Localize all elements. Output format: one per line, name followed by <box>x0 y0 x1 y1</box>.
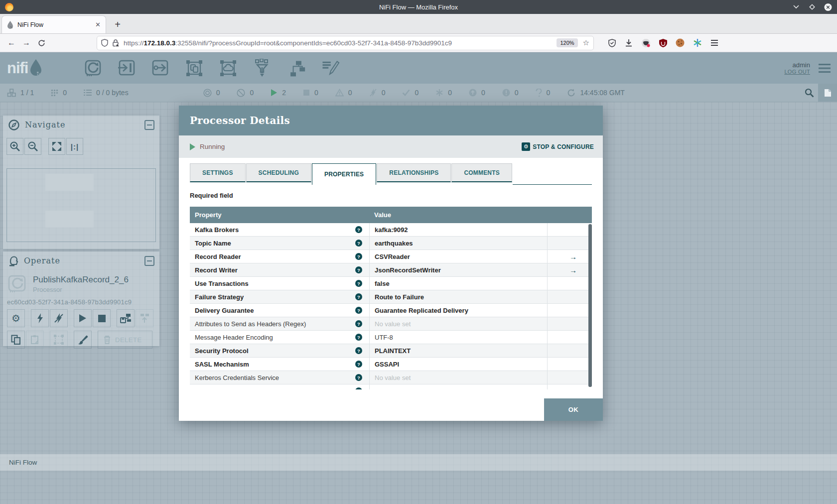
last-refresh-time: 14:45:08 GMT <box>580 89 625 97</box>
logout-link[interactable]: LOG OUT <box>784 69 810 75</box>
locally-modified-stale-stat: 0 <box>502 89 519 97</box>
configure-button[interactable]: ⚙ <box>7 309 25 327</box>
table-row[interactable]: Message Header Encoding? UTF-8 <box>190 331 592 344</box>
table-row[interactable]: Use Transactions? false <box>190 277 592 290</box>
ok-button[interactable]: OK <box>544 398 603 421</box>
table-row[interactable]: Security Protocol? PLAINTEXT <box>190 344 592 358</box>
stop-and-configure-button[interactable]: ⚙ STOP & CONFIGURE <box>522 142 594 151</box>
up-to-date-stat: 0 <box>402 89 418 97</box>
stopped-stat: 0 <box>303 89 318 97</box>
help-icon[interactable]: ? <box>355 253 362 260</box>
processor-details-dialog: Processor Details Running ⚙ STOP & CONFI… <box>179 106 603 421</box>
tab-properties[interactable]: PROPERTIES <box>312 163 376 185</box>
window-maximize-icon[interactable] <box>808 3 816 11</box>
remote-process-group-component-icon[interactable] <box>218 59 238 77</box>
processor-component-icon[interactable] <box>83 59 103 77</box>
table-row-partial: ? <box>190 384 592 389</box>
help-icon[interactable]: ? <box>355 240 362 247</box>
zoom-indicator[interactable]: 120% <box>557 38 577 47</box>
disable-button[interactable] <box>50 309 68 327</box>
help-icon[interactable]: ? <box>355 226 362 233</box>
tab-relationships[interactable]: RELATIONSHIPS <box>377 163 451 182</box>
help-icon[interactable]: ? <box>355 334 362 341</box>
url-bar[interactable]: https://172.18.0.3:32558/nifi/?processGr… <box>97 36 594 50</box>
browser-tab[interactable]: NiFi Flow ✕ <box>1 15 106 33</box>
pocket-shield-icon[interactable] <box>608 39 616 47</box>
ublock-icon[interactable] <box>659 39 667 47</box>
operate-collapse-button[interactable] <box>144 256 154 266</box>
copy-button[interactable] <box>7 331 25 349</box>
zoom-in-button[interactable] <box>6 138 23 155</box>
bulletin-board-button[interactable] <box>818 84 837 102</box>
navigate-collapse-button[interactable] <box>144 120 154 130</box>
zoom-fit-button[interactable] <box>48 138 65 155</box>
navigate-panel: Navigate |:| <box>3 116 159 249</box>
help-icon[interactable]: ? <box>355 293 362 300</box>
stop-button[interactable] <box>93 309 111 327</box>
refresh-stat[interactable]: 14:45:08 GMT <box>567 89 625 97</box>
zoom-out-button[interactable] <box>24 138 41 155</box>
multi-account-mask-icon[interactable] <box>641 38 651 48</box>
refresh-icon <box>567 89 575 97</box>
new-tab-button[interactable]: + <box>110 17 125 32</box>
bookmark-star-icon[interactable]: ☆ <box>583 38 589 47</box>
create-template-button[interactable] <box>117 309 135 327</box>
nifi-favicon <box>7 21 13 29</box>
color-button[interactable] <box>74 331 92 349</box>
table-row[interactable]: Attributes to Send as Headers (Regex)? N… <box>190 317 592 331</box>
back-button[interactable]: ← <box>4 36 19 50</box>
port-grid-icon <box>51 89 58 97</box>
table-row[interactable]: Record Writer? JsonRecordSetWriter → <box>190 263 592 277</box>
breadcrumb-root-link[interactable]: NiFi Flow <box>9 459 37 466</box>
required-field-note: Required field <box>190 192 233 199</box>
enable-button[interactable] <box>31 309 49 327</box>
help-icon[interactable]: ? <box>355 307 362 314</box>
start-button[interactable] <box>74 309 92 327</box>
extension-asterisk-icon[interactable] <box>693 38 702 47</box>
output-port-component-icon[interactable] <box>150 59 170 77</box>
input-port-component-icon[interactable] <box>117 59 137 77</box>
dialog-title: Processor Details <box>190 115 290 126</box>
lock-warning-icon[interactable] <box>112 39 120 47</box>
help-icon[interactable]: ? <box>355 320 362 327</box>
help-icon[interactable]: ? <box>355 374 362 381</box>
global-menu-icon[interactable] <box>818 63 831 73</box>
help-icon[interactable]: ? <box>355 347 362 354</box>
tab-close-icon[interactable]: ✕ <box>95 21 101 28</box>
table-row[interactable]: SASL Mechanism? GSSAPI <box>190 358 592 371</box>
template-component-icon[interactable] <box>286 59 306 77</box>
funnel-component-icon[interactable] <box>252 59 272 77</box>
tab-settings[interactable]: SETTINGS <box>190 163 246 182</box>
table-row[interactable]: Kafka Brokers? kafka:9092 <box>190 223 592 237</box>
table-scrollbar[interactable] <box>588 224 592 387</box>
help-icon[interactable]: ? <box>355 266 362 273</box>
window-minimize-icon[interactable] <box>792 3 800 11</box>
help-icon[interactable]: ? <box>355 361 362 368</box>
table-row[interactable]: Kerberos Credentials Service? No value s… <box>190 371 592 384</box>
navigate-minimap[interactable] <box>6 168 156 242</box>
go-to-service-icon[interactable]: → <box>569 252 577 261</box>
table-row[interactable]: Delivery Guarantee? Guarantee Replicated… <box>190 304 592 317</box>
flow-canvas[interactable]: Navigate |:| <box>0 102 837 504</box>
tab-comments[interactable]: COMMENTS <box>451 163 512 182</box>
zoom-actual-button[interactable]: |:| <box>66 138 83 155</box>
download-icon[interactable] <box>625 39 633 47</box>
menu-hamburger-icon[interactable] <box>710 39 718 46</box>
search-button[interactable] <box>800 84 818 102</box>
cookie-icon[interactable] <box>676 38 685 47</box>
disabled-icon <box>369 89 377 97</box>
process-group-component-icon[interactable] <box>184 59 204 77</box>
tab-scheduling[interactable]: SCHEDULING <box>246 163 311 182</box>
go-to-service-icon[interactable]: → <box>569 266 577 274</box>
forward-button[interactable]: → <box>19 36 34 50</box>
table-row[interactable]: Topic Name? earthquakes <box>190 237 592 250</box>
tracking-shield-icon[interactable] <box>101 39 108 47</box>
table-row[interactable]: Failure Strategy? Route to Failure <box>190 290 592 304</box>
reload-button[interactable] <box>34 36 49 50</box>
operate-panel: Operate PublishKafkaRecord_2_6 Processor… <box>3 252 159 346</box>
window-close-icon[interactable] <box>824 3 832 11</box>
label-component-icon[interactable] <box>320 59 340 77</box>
help-icon[interactable]: ? <box>355 280 362 287</box>
delete-button-label: DELETE <box>115 336 142 344</box>
table-row[interactable]: Record Reader? CSVReader → <box>190 250 592 263</box>
